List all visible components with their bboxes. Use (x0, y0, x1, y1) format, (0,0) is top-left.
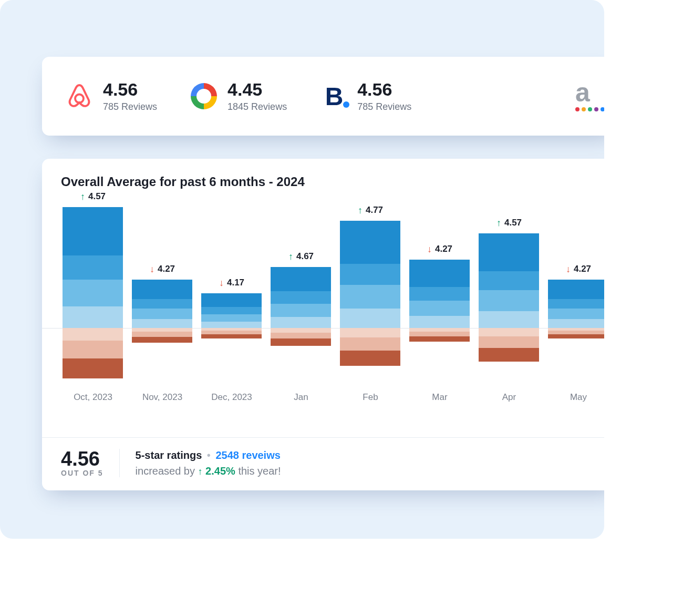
bar-lower-stack (409, 328, 470, 342)
bar-segment (132, 337, 192, 343)
month-label: Apr (477, 392, 541, 403)
increase-post: this year! (238, 465, 281, 477)
bar-segment (479, 233, 539, 271)
bar-column: ↓4.27Mar (408, 193, 472, 402)
increase-pre: increased by (136, 465, 195, 477)
bar-segment (548, 309, 604, 319)
arrow-down-icon: ↓ (566, 264, 571, 274)
bar-segment (63, 280, 123, 306)
bar-value-label: ↑4.57 (477, 218, 541, 228)
bar-segment (63, 358, 123, 378)
airbnb-reviews: 785 Reviews (103, 101, 157, 112)
platform-google: 4.45 1845 Reviews (190, 80, 287, 112)
platform-summary-card: 4.56 785 Reviews 4.45 1845 Reviews B 4.5… (42, 57, 604, 136)
platform-agoda: a (568, 82, 597, 110)
arrow-up-icon: ↑ (288, 252, 293, 261)
bar-segment (479, 311, 539, 328)
bar-upper-stack (479, 233, 539, 328)
footer-score-block: 4.56 OUT OF 5 (61, 449, 120, 477)
bar-lower-stack (63, 328, 123, 378)
bar-lower-stack (201, 328, 262, 338)
bar-column: ↑4.57Apr (477, 193, 541, 402)
bar-segment (271, 333, 331, 339)
bar-segment (548, 331, 604, 334)
bar-column: ↑4.67Jan (269, 193, 333, 402)
bar-segment (479, 290, 539, 311)
bar-segment (201, 331, 262, 334)
bar-lower-stack (132, 328, 192, 343)
bar-segment (548, 319, 604, 328)
bar-segment (201, 322, 262, 328)
bar-segment (548, 280, 604, 299)
bar-value: 4.57 (88, 191, 106, 202)
chart-area: ↑4.57Oct, 2023↓4.27Nov, 2023↓4.17Dec, 20… (42, 193, 604, 437)
bar-lower-stack (340, 328, 400, 366)
chart-bars: ↑4.57Oct, 2023↓4.27Nov, 2023↓4.17Dec, 20… (61, 193, 604, 402)
overall-score: 4.56 (61, 449, 104, 469)
bar-segment (63, 255, 123, 280)
platform-airbnb: 4.56 785 Reviews (65, 80, 157, 112)
arrow-up-icon: ↑ (358, 206, 363, 215)
bar-upper-stack (409, 260, 470, 328)
bar-value: 4.57 (504, 218, 522, 228)
bar-upper-stack (201, 293, 262, 328)
footer-summary: 5-star ratings • 2548 reveiws increased … (136, 447, 281, 479)
bar-segment (271, 328, 331, 333)
bar-value: 4.27 (435, 244, 452, 254)
arrow-up-icon: ↑ (496, 218, 501, 228)
booking-icon: B (319, 82, 348, 110)
agoda-icon: a (568, 82, 597, 110)
bar-segment (201, 307, 262, 314)
bar-segment (548, 299, 604, 309)
bar-lower-stack (479, 328, 539, 362)
bar-segment (479, 328, 539, 336)
bar-segment (271, 317, 331, 328)
month-label: Mar (408, 392, 472, 403)
bar-value-label: ↓4.27 (130, 264, 194, 274)
bar-value-label: ↑4.57 (61, 191, 125, 202)
bar-upper-stack (340, 221, 400, 328)
bar-segment (409, 301, 470, 316)
bar-segment (409, 316, 470, 328)
bar-segment (132, 328, 192, 332)
bar-segment (340, 309, 400, 328)
bar-segment (201, 314, 262, 322)
bar-segment (409, 260, 470, 287)
bar-value: 4.27 (158, 264, 175, 274)
bar-segment (340, 221, 400, 264)
bar-segment (132, 309, 192, 319)
bar-segment (409, 332, 470, 336)
month-label: May (546, 392, 604, 403)
bar-segment (132, 319, 192, 328)
bar-segment (63, 306, 123, 328)
arrow-up-icon: ↑ (198, 466, 203, 477)
bar-segment (201, 334, 262, 338)
bar-segment (479, 348, 539, 362)
bar-segment (271, 291, 331, 303)
bar-segment (340, 328, 400, 337)
bar-upper-stack (548, 280, 604, 328)
bar-segment (548, 334, 604, 338)
overall-average-card: Overall Average for past 6 months - 2024… (42, 159, 604, 490)
booking-reviews: 785 Reviews (357, 101, 411, 112)
month-label: Feb (338, 392, 402, 403)
bar-value-label: ↑4.77 (338, 205, 402, 215)
bar-value-label: ↓4.17 (200, 278, 264, 288)
chart-footer: 4.56 OUT OF 5 5-star ratings • 2548 reve… (42, 437, 604, 490)
bar-segment (132, 299, 192, 309)
bar-segment (340, 285, 400, 309)
bar-segment (340, 264, 400, 285)
bar-segment (63, 207, 123, 255)
bar-value: 4.77 (366, 205, 383, 215)
reviews-link[interactable]: 2548 reveiws (215, 449, 280, 461)
bar-segment (271, 267, 331, 291)
arrow-down-icon: ↓ (219, 278, 224, 288)
bar-lower-stack (548, 328, 604, 338)
bar-segment (63, 341, 123, 358)
month-label: Nov, 2023 (130, 392, 194, 403)
month-label: Oct, 2023 (61, 392, 125, 403)
bar-segment (479, 271, 539, 290)
bar-segment (409, 287, 470, 301)
bar-column: ↓4.17Dec, 2023 (200, 193, 264, 402)
airbnb-score: 4.56 (103, 80, 157, 98)
